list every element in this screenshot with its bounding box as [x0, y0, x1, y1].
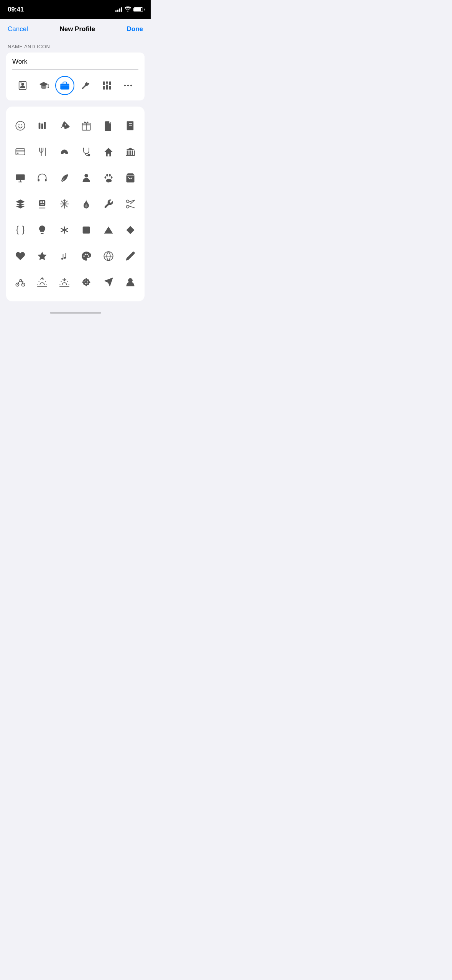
grid-icon-tools[interactable] [97, 191, 120, 217]
svg-point-114 [82, 281, 85, 283]
grid-icon-airplane[interactable] [97, 269, 120, 295]
grid-icon-stethoscope[interactable] [76, 139, 98, 165]
grid-icon-smiley[interactable] [9, 113, 31, 139]
grid-icon-monitor[interactable] [9, 165, 31, 191]
icon-tab-grid[interactable] [97, 76, 117, 95]
grid-icon-flower[interactable] [76, 269, 98, 295]
signal-icon [115, 7, 122, 12]
svg-rect-22 [44, 122, 46, 129]
svg-rect-13 [109, 86, 111, 89]
grid-icon-bank[interactable] [120, 139, 142, 165]
svg-marker-84 [38, 252, 47, 260]
icon-tab-person[interactable] [13, 76, 32, 95]
icon-grid-card [6, 107, 145, 301]
svg-line-106 [61, 281, 62, 282]
done-button[interactable]: Done [127, 25, 143, 33]
grid-icon-triangle[interactable] [97, 217, 120, 243]
svg-rect-42 [107, 154, 109, 156]
grid-icon-palette[interactable] [76, 243, 98, 269]
svg-point-91 [84, 255, 85, 257]
svg-point-115 [88, 281, 90, 283]
grid-icon-flame[interactable] [76, 191, 98, 217]
svg-point-112 [85, 278, 87, 281]
nav-bar: Cancel New Profile Done [0, 19, 151, 38]
svg-point-74 [127, 206, 129, 208]
icon-tab-more[interactable] [118, 76, 138, 95]
grid-icon-box[interactable] [9, 191, 31, 217]
icon-grid [9, 113, 141, 295]
grid-icon-rocket[interactable] [53, 113, 76, 139]
icon-tab-briefcase[interactable] [55, 76, 74, 95]
svg-marker-43 [126, 148, 135, 150]
status-bar: 09:41 [0, 0, 151, 19]
svg-line-100 [39, 281, 39, 282]
grid-icon-gift[interactable] [76, 113, 98, 139]
svg-rect-9 [106, 82, 108, 84]
grid-icon-square[interactable] [76, 217, 98, 243]
grid-icon-document[interactable] [97, 113, 120, 139]
grid-icon-user[interactable] [120, 269, 142, 295]
svg-marker-82 [104, 227, 113, 234]
svg-point-92 [85, 254, 86, 255]
grid-icon-utensils[interactable] [31, 139, 54, 165]
svg-point-90 [64, 257, 66, 259]
svg-rect-28 [127, 121, 128, 130]
svg-point-17 [16, 121, 25, 130]
svg-point-113 [85, 284, 87, 286]
grid-icon-sunset[interactable] [53, 269, 76, 295]
svg-rect-11 [103, 86, 105, 89]
grid-icon-pawprint[interactable] [97, 165, 120, 191]
svg-point-16 [130, 85, 132, 87]
svg-rect-10 [109, 82, 111, 85]
svg-rect-31 [16, 149, 25, 155]
grid-icon-sunrise[interactable] [31, 269, 54, 295]
svg-point-23 [64, 124, 66, 126]
svg-point-5 [48, 87, 49, 88]
svg-point-73 [127, 200, 129, 203]
grid-icon-star[interactable] [31, 243, 54, 269]
grid-icon-train[interactable] [31, 191, 54, 217]
grid-icon-books[interactable] [31, 113, 54, 139]
svg-rect-48 [134, 151, 135, 155]
grid-icon-music[interactable] [53, 243, 76, 269]
grid-icon-headphones[interactable] [31, 165, 54, 191]
svg-point-56 [85, 174, 88, 178]
svg-rect-45 [129, 151, 130, 155]
svg-point-60 [111, 176, 113, 179]
svg-point-94 [88, 255, 89, 257]
svg-rect-63 [41, 201, 42, 203]
grid-icon-leaf[interactable] [53, 165, 76, 191]
icon-tab-hammer[interactable] [76, 76, 95, 95]
grid-icon-creditcard[interactable] [9, 139, 31, 165]
icon-tab-graduation[interactable] [34, 76, 53, 95]
grid-icon-snowflake[interactable] [53, 191, 76, 217]
grid-icon-pencil[interactable] [120, 243, 142, 269]
grid-icon-lightbulb[interactable] [31, 217, 54, 243]
name-input[interactable] [12, 58, 138, 70]
grid-icon-braces[interactable] [9, 217, 31, 243]
grid-icon-globe[interactable] [97, 243, 120, 269]
svg-rect-54 [45, 179, 47, 181]
svg-rect-21 [41, 123, 43, 129]
grid-icon-cart[interactable] [120, 165, 142, 191]
svg-rect-65 [41, 204, 44, 205]
svg-rect-12 [106, 85, 108, 90]
grid-icon-diamond[interactable] [120, 217, 142, 243]
svg-rect-27 [128, 121, 133, 130]
svg-point-40 [88, 154, 90, 156]
cancel-button[interactable]: Cancel [8, 25, 28, 33]
grid-icon-heart[interactable] [9, 243, 31, 269]
grid-icon-house[interactable] [97, 139, 120, 165]
grid-icon-bicycle[interactable] [9, 269, 31, 295]
svg-point-18 [18, 124, 20, 125]
grid-icon-pills[interactable] [53, 139, 76, 165]
grid-icon-person[interactable] [76, 165, 98, 191]
page-title: New Profile [59, 25, 95, 33]
grid-icon-scissors[interactable] [120, 191, 142, 217]
svg-point-19 [21, 124, 22, 125]
grid-icon-asterisk[interactable] [53, 217, 76, 243]
status-icons [115, 7, 143, 13]
svg-point-14 [124, 85, 126, 87]
svg-line-76 [129, 206, 135, 208]
grid-icon-notebook[interactable] [120, 113, 142, 139]
